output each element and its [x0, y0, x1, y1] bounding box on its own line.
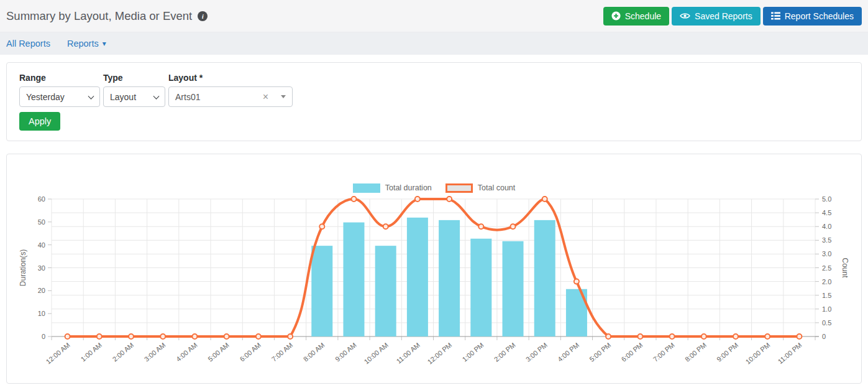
legend-bar-swatch — [353, 183, 380, 193]
count-point-marker — [670, 334, 675, 339]
layout-select[interactable]: Arts01 × — [168, 86, 293, 107]
svg-text:4.0: 4.0 — [822, 223, 831, 230]
duration-bar — [439, 220, 460, 336]
svg-text:1:00 AM: 1:00 AM — [79, 341, 103, 363]
duration-bar — [470, 239, 491, 336]
count-point-marker — [542, 197, 547, 202]
count-point-marker — [319, 224, 324, 229]
svg-text:1.5: 1.5 — [822, 292, 831, 299]
duration-bar — [375, 246, 396, 336]
svg-text:11:00 AM: 11:00 AM — [395, 341, 421, 365]
duration-bar — [311, 246, 332, 336]
filter-panel: Range Yesterday Type Layout Layout * Art… — [6, 62, 862, 141]
svg-text:0: 0 — [822, 333, 826, 340]
count-point-marker — [574, 279, 579, 284]
svg-text:1:00 PM: 1:00 PM — [460, 341, 485, 363]
svg-text:3:00 PM: 3:00 PM — [524, 341, 549, 363]
svg-text:30: 30 — [38, 264, 45, 272]
count-point-marker — [160, 334, 165, 339]
svg-text:12:00 AM: 12:00 AM — [45, 341, 71, 365]
left-axis-title: Duration(s) — [19, 249, 27, 286]
report-schedules-button[interactable]: Report Schedules — [763, 7, 862, 26]
svg-text:50: 50 — [38, 218, 45, 226]
nav-reports-label: Reports — [67, 39, 99, 49]
count-point-marker — [797, 334, 802, 339]
svg-text:3.5: 3.5 — [822, 236, 831, 244]
svg-text:0.5: 0.5 — [822, 319, 831, 327]
count-point-marker — [478, 224, 483, 229]
count-point-marker — [224, 334, 229, 339]
count-point-marker — [65, 334, 70, 339]
svg-text:2.5: 2.5 — [822, 264, 831, 272]
svg-text:5:00 AM: 5:00 AM — [206, 341, 231, 363]
schedule-button[interactable]: Schedule — [603, 7, 669, 26]
clear-icon[interactable]: × — [263, 92, 268, 102]
schedule-button-label: Schedule — [625, 11, 661, 21]
saved-reports-button[interactable]: Saved Reports — [672, 7, 761, 26]
count-point-marker — [637, 334, 642, 339]
count-point-marker — [97, 334, 102, 339]
list-icon — [771, 12, 780, 20]
saved-reports-button-label: Saved Reports — [695, 11, 752, 21]
info-circle-icon[interactable]: i — [198, 11, 208, 21]
report-schedules-button-label: Report Schedules — [785, 11, 854, 21]
type-filter: Type Layout — [103, 73, 165, 107]
svg-text:8:00 PM: 8:00 PM — [683, 341, 708, 363]
range-select[interactable]: Yesterday — [19, 86, 100, 107]
header-buttons: Schedule Saved Reports Report Schedules — [603, 7, 862, 26]
svg-text:6:00 AM: 6:00 AM — [239, 341, 263, 363]
apply-button[interactable]: Apply — [19, 112, 60, 131]
svg-text:40: 40 — [38, 241, 45, 249]
count-point-marker — [256, 334, 261, 339]
svg-text:10: 10 — [38, 310, 45, 317]
svg-text:10:00 PM: 10:00 PM — [744, 341, 772, 365]
legend-label: Total duration — [385, 183, 432, 192]
svg-text:2:00 PM: 2:00 PM — [493, 341, 517, 363]
svg-text:8:00 AM: 8:00 AM — [302, 341, 326, 363]
legend-line-swatch — [445, 183, 473, 193]
layout-select-value: Arts01 — [175, 92, 263, 102]
legend-item-total-count[interactable]: Total count — [445, 183, 515, 193]
count-point-marker — [352, 197, 357, 202]
range-filter: Range Yesterday — [19, 73, 100, 107]
svg-text:3:00 AM: 3:00 AM — [143, 341, 167, 363]
summary-chart-svg: 00.51.01.52.02.53.03.54.04.55.0010203040… — [16, 193, 866, 378]
header-bar: Summary by Layout, Media or Event i Sche… — [0, 0, 868, 32]
svg-text:12:00 PM: 12:00 PM — [426, 341, 454, 365]
svg-text:4:00 AM: 4:00 AM — [175, 341, 199, 363]
svg-text:9:00 AM: 9:00 AM — [334, 341, 358, 363]
chart-panel: Total durationTotal count 00.51.01.52.02… — [6, 154, 862, 384]
count-point-marker — [733, 334, 738, 339]
svg-text:6:00 PM: 6:00 PM — [620, 341, 644, 363]
count-point-marker — [606, 334, 611, 339]
caret-down-icon: ▾ — [103, 39, 106, 48]
legend-label: Total count — [478, 183, 515, 192]
type-label: Type — [103, 73, 165, 83]
nav-all-reports[interactable]: All Reports — [6, 39, 50, 49]
svg-text:0: 0 — [42, 333, 45, 340]
svg-text:5.0: 5.0 — [822, 195, 831, 203]
svg-text:5:00 PM: 5:00 PM — [588, 341, 612, 363]
svg-text:10:00 AM: 10:00 AM — [363, 341, 390, 365]
svg-text:7:00 PM: 7:00 PM — [652, 341, 676, 363]
nav-all-reports-label: All Reports — [6, 39, 50, 49]
count-point-marker — [511, 224, 516, 229]
legend-item-total-duration[interactable]: Total duration — [353, 183, 432, 193]
svg-text:60: 60 — [38, 195, 45, 203]
count-point-marker — [129, 334, 134, 339]
count-point-marker — [192, 334, 197, 339]
svg-text:3.0: 3.0 — [822, 250, 831, 257]
svg-text:1.0: 1.0 — [822, 305, 831, 313]
right-axis-title: Count — [841, 257, 849, 278]
count-point-marker — [701, 334, 706, 339]
svg-text:2.0: 2.0 — [822, 278, 831, 285]
nav-reports-dropdown[interactable]: Reports ▾ — [67, 39, 106, 49]
count-point-marker — [415, 197, 420, 202]
page-title-text: Summary by Layout, Media or Event — [6, 9, 192, 23]
duration-bar — [534, 220, 555, 336]
svg-text:4:00 PM: 4:00 PM — [556, 341, 580, 363]
count-point-marker — [288, 334, 293, 339]
layout-label: Layout * — [168, 73, 293, 83]
svg-text:2:00 AM: 2:00 AM — [111, 341, 135, 363]
type-select[interactable]: Layout — [103, 86, 165, 107]
